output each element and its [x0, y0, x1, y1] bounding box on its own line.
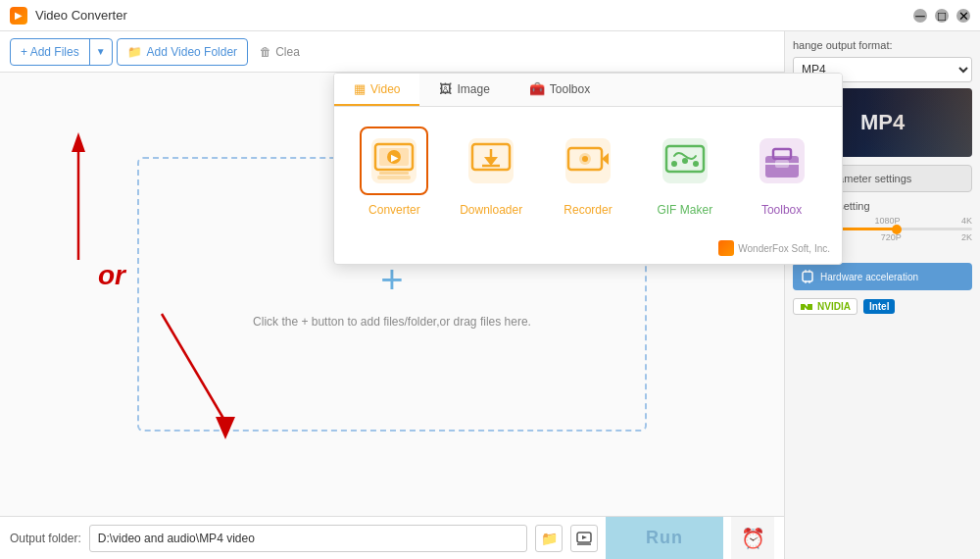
popup-overlay: ▦ Video 🖼 Image 🧰 Toolbox [0, 73, 784, 559]
svg-point-25 [682, 158, 688, 164]
tab-video-label: Video [370, 82, 400, 96]
add-files-main[interactable]: + Add Files [11, 39, 90, 65]
tab-image-label: Image [457, 82, 489, 96]
maximize-button[interactable]: □ [935, 9, 949, 23]
clear-label: Clea [275, 45, 300, 59]
folder-icon: 📁 [127, 45, 142, 59]
nvidia-intel-row: NVIDIA Intel [793, 298, 972, 315]
intel-label: Intel [869, 301, 890, 312]
hw-accel-icon [801, 270, 814, 283]
nvidia-badge: NVIDIA [793, 298, 858, 315]
title-bar-controls: ─ □ ✕ [913, 9, 970, 23]
svg-rect-40 [803, 272, 812, 281]
toolbox-tab-icon: 🧰 [529, 81, 545, 96]
add-folder-button[interactable]: 📁 Add Video Folder [117, 38, 249, 66]
toolbox-label: Toolbox [761, 203, 802, 217]
recorder-item[interactable]: Recorder [548, 123, 629, 221]
recorder-svg-icon [562, 134, 614, 187]
minimize-button[interactable]: ─ [913, 9, 927, 23]
downloader-item[interactable]: Downloader [451, 123, 532, 221]
label-2k: 2K [961, 232, 972, 242]
label-4k: 4K [961, 216, 972, 226]
toolbar: + Add Files ▼ 📁 Add Video Folder 🗑 Clea [0, 31, 784, 73]
close-button[interactable]: ✕ [956, 9, 970, 23]
app-selector-popup: ▦ Video 🖼 Image 🧰 Toolbox [333, 73, 843, 265]
svg-text:▶: ▶ [391, 153, 399, 163]
downloader-label: Downloader [460, 203, 522, 217]
svg-point-26 [693, 161, 699, 167]
hw-accel-label: Hardware acceleration [820, 272, 918, 282]
converter-item[interactable]: ▶ Converter [354, 123, 435, 221]
tab-image[interactable]: 🖼 Image [419, 74, 509, 106]
svg-point-21 [582, 156, 588, 162]
add-files-button[interactable]: + Add Files ▼ [10, 38, 113, 66]
app-icon: ▶ [10, 7, 27, 25]
popup-branding: WonderFox Soft, Inc. [334, 236, 842, 264]
format-label: hange output format: [793, 39, 972, 51]
app-title: Video Converter [35, 8, 127, 23]
toolbox-item[interactable]: Toolbox [741, 123, 822, 221]
svg-point-24 [671, 161, 677, 167]
gif-icon-wrap [651, 127, 719, 195]
video-tab-icon: ▦ [354, 81, 366, 96]
tab-toolbox-label: Toolbox [550, 82, 590, 96]
converter-label: Converter [368, 203, 420, 217]
content-area: + Add Files ▼ 📁 Add Video Folder 🗑 Clea … [0, 31, 784, 559]
format-preview-overlay [864, 88, 972, 157]
popup-items: ▶ Converter [334, 107, 842, 236]
gif-maker-label: GIF Maker [657, 203, 712, 217]
title-bar-left: ▶ Video Converter [10, 7, 127, 25]
clear-button[interactable]: 🗑 Clea [252, 38, 308, 66]
toolbox-svg-icon [756, 134, 808, 187]
tab-video[interactable]: ▦ Video [334, 74, 419, 106]
gif-svg-icon [659, 134, 711, 187]
gif-maker-item[interactable]: GIF Maker [644, 123, 725, 221]
svg-rect-10 [379, 172, 409, 175]
nvidia-label: NVIDIA [817, 301, 851, 312]
tab-toolbox[interactable]: 🧰 Toolbox [510, 74, 610, 106]
svg-rect-11 [377, 176, 411, 179]
title-bar: ▶ Video Converter ─ □ ✕ [0, 0, 980, 31]
recorder-icon-wrap [554, 127, 622, 195]
toolbox-icon-wrap [748, 127, 816, 195]
popup-tabs: ▦ Video 🖼 Image 🧰 Toolbox [334, 74, 842, 107]
add-files-dropdown-arrow[interactable]: ▼ [90, 39, 112, 65]
downloader-svg-icon [465, 134, 517, 187]
hw-acceleration-button[interactable]: Hardware acceleration [793, 263, 972, 290]
converter-svg-icon: ▶ [368, 134, 420, 187]
intel-badge: Intel [863, 299, 896, 314]
add-folder-label: Add Video Folder [147, 45, 238, 59]
main-container: + Add Files ▼ 📁 Add Video Folder 🗑 Clea … [0, 31, 980, 559]
branding-text: WonderFox Soft, Inc. [738, 243, 830, 254]
image-tab-icon: 🖼 [439, 81, 452, 96]
converter-icon-wrap: ▶ [360, 127, 428, 195]
label-720p: 720P [881, 232, 902, 242]
wonderfox-logo [718, 240, 734, 256]
downloader-icon-wrap [457, 127, 525, 195]
svg-rect-31 [775, 160, 789, 168]
slider-thumb [892, 225, 902, 234]
nvidia-icon [800, 302, 813, 312]
recorder-label: Recorder [564, 203, 612, 217]
trash-icon: 🗑 [260, 45, 271, 59]
